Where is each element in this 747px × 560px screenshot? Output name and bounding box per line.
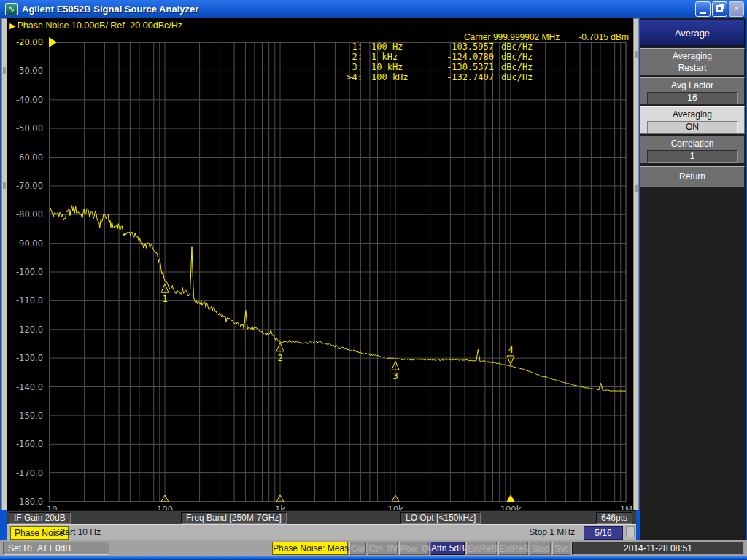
softkey-label: Restart: [640, 62, 744, 74]
softkey-avg-factor[interactable]: Avg Factor 16: [640, 77, 745, 105]
softkey-label: Correlation: [640, 136, 744, 149]
avg-factor-value[interactable]: 16: [647, 92, 738, 104]
marker-frequency: 10 kHz: [371, 62, 434, 72]
restore-icon: [716, 5, 723, 12]
marker-unit: dBc/Hz: [501, 72, 533, 82]
attenuator-indicator: Attn 5dB: [430, 542, 465, 555]
softkey-scrollbar[interactable]: [633, 18, 639, 510]
scroll-thumb[interactable]: [635, 51, 638, 58]
service-indicator: Svc: [552, 542, 570, 555]
axis-marker-icon: [507, 495, 514, 502]
rf-att-status: Set RF ATT 0dB: [3, 542, 109, 555]
phase-noise-trace: [50, 206, 626, 392]
average-count-badge: 5/16: [584, 526, 623, 540]
menu-title: Average: [640, 20, 745, 46]
trace-select-arrow-icon: ▶: [9, 21, 15, 31]
svg-text:10k: 10k: [387, 505, 403, 510]
svg-text:-110.0: -110.0: [16, 295, 43, 306]
marker-value: -103.5957: [434, 42, 494, 52]
softkey-label: Averaging: [640, 107, 744, 120]
svg-text:-180.0: -180.0: [16, 497, 43, 507]
stop-frequency: Stop 1 MHz: [529, 526, 575, 539]
scroll-thumb[interactable]: [635, 185, 638, 192]
marker-frequency: 1 kHz: [371, 52, 434, 62]
left-scrollbar[interactable]: [1, 18, 7, 510]
svg-text:-80.00: -80.00: [16, 209, 43, 219]
marker-row: 3: 10 kHz -130.5371 dBc/Hz: [339, 62, 533, 72]
svg-text:-120.0: -120.0: [16, 324, 43, 335]
scroll-thumb[interactable]: [3, 67, 6, 74]
carrier-power: -0.7015 dBm: [578, 32, 629, 42]
svg-text:-170.0: -170.0: [16, 468, 43, 478]
svg-text:-130.0: -130.0: [16, 353, 43, 363]
marker-readout-table: 1: 100 Hz -103.5957 dBc/Hz 2: 1 kHz -124…: [339, 42, 533, 82]
svg-text:-140.0: -140.0: [16, 382, 43, 392]
marker-unit: dBc/Hz: [501, 52, 533, 62]
marker-unit: dBc/Hz: [501, 42, 533, 52]
bar-endcap: [626, 526, 635, 537]
svg-text:10: 10: [47, 505, 58, 510]
marker-row: 1: 100 Hz -103.5957 dBc/Hz: [339, 42, 533, 52]
svg-text:-100.0: -100.0: [16, 267, 43, 277]
marker-id: 1:: [339, 42, 363, 52]
points-readout: 646pts: [596, 512, 632, 524]
svg-text:100k: 100k: [500, 505, 522, 510]
ctrl-voltage-indicator: Ctrl 0V: [368, 542, 398, 555]
softkey-return[interactable]: Return: [640, 166, 745, 187]
svg-text:-160.0: -160.0: [16, 439, 43, 449]
start-frequency: Start 10 Hz: [57, 526, 101, 539]
sweep-range-bar: Phase Noise Start 10 Hz Stop 1 MHz 5/16: [7, 524, 636, 540]
softkey-correlation[interactable]: Correlation 1: [640, 136, 745, 163]
marker-value: -130.5371: [434, 62, 494, 72]
restore-button[interactable]: [712, 1, 727, 17]
marker-value: -132.7407: [434, 72, 494, 82]
marker-id: 2:: [339, 52, 363, 62]
stop-indicator: Stop: [530, 542, 551, 555]
grid-lines: [50, 42, 626, 502]
svg-text:-50.00: -50.00: [16, 123, 43, 133]
minimize-button[interactable]: [695, 1, 711, 17]
svg-text:4: 4: [508, 345, 513, 355]
measurement-display: -20.00-30.00-40.00-50.00-60.00-70.00-80.…: [7, 18, 633, 510]
softkey-averaging-toggle[interactable]: Averaging ON: [640, 106, 745, 134]
title-bar: ∿ Agilent E5052B Signal Source Analyzer …: [0, 0, 747, 18]
svg-text:100: 100: [157, 505, 173, 510]
correlation-value[interactable]: 1: [647, 150, 738, 163]
ref-level-marker-icon: [49, 37, 57, 47]
carrier-frequency: Carrier 999.999902 MHz: [464, 32, 560, 42]
datetime-display: 2014-11-28 08:51: [572, 542, 744, 555]
phase-noise-chart[interactable]: -20.00-30.00-40.00-50.00-60.00-70.00-80.…: [7, 18, 633, 510]
trace-scale-header[interactable]: ▶ Phase Noise 10.00dB/ Ref -20.00dBc/Hz: [9, 20, 182, 31]
lo-opt-readout: LO Opt [<150kHz]: [400, 512, 481, 524]
softkey-label: Averaging: [640, 49, 744, 62]
extref2-indicator: ExtRef2: [498, 542, 528, 555]
correlation-indicator: Cor: [349, 542, 366, 555]
marker-value: -124.0780: [434, 52, 494, 62]
carrier-readout: Carrier 999.999902 MHz -0.7015 dBm: [464, 32, 629, 42]
power-voltage-indicator: Pow 0V: [399, 542, 429, 555]
svg-text:-30.00: -30.00: [16, 66, 43, 76]
if-gain-readout: IF Gain 20dB: [9, 512, 71, 524]
marker-id: 3:: [339, 62, 363, 72]
svg-text:-150.0: -150.0: [16, 411, 43, 421]
trace-markers[interactable]: 1234: [161, 284, 514, 502]
svg-text:2: 2: [277, 353, 282, 363]
marker-frequency: 100 Hz: [371, 42, 434, 52]
measurement-status: Phase Noise: Meas: [272, 542, 348, 555]
window-title: Agilent E5052B Signal Source Analyzer: [22, 4, 694, 15]
svg-text:-70.00: -70.00: [16, 181, 43, 191]
freq-band-readout: Freq Band [250M-7GHz]: [181, 512, 287, 524]
marker-unit: dBc/Hz: [501, 62, 533, 72]
svg-text:1k: 1k: [275, 505, 285, 510]
marker-row: 2: 1 kHz -124.0780 dBc/Hz: [339, 52, 533, 62]
svg-text:1M: 1M: [620, 505, 632, 510]
close-button[interactable]: ×: [729, 1, 744, 17]
svg-text:-20.00: -20.00: [16, 37, 43, 47]
softkey-menu: Average Averaging Restart Avg Factor 16 …: [640, 18, 746, 540]
softkey-averaging-restart[interactable]: Averaging Restart: [640, 48, 745, 76]
trace-scale-label: Phase Noise 10.00dB/ Ref -20.00dBc/Hz: [17, 20, 182, 31]
scroll-thumb[interactable]: [3, 182, 6, 189]
softkey-label: Avg Factor: [640, 78, 744, 91]
averaging-state-value[interactable]: ON: [647, 121, 738, 133]
minimize-icon: [700, 12, 706, 14]
